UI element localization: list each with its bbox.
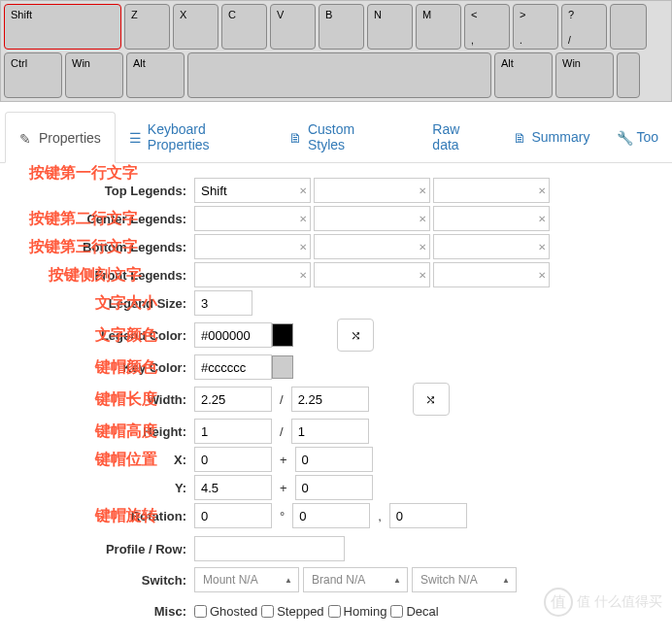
watermark: 值 值 什么值得买 [544,588,662,617]
key->[interactable]: >. [513,4,558,50]
code-icon [415,130,427,144]
top-legend-3[interactable] [433,178,550,203]
separator: + [272,481,295,495]
height-2-input[interactable] [291,419,369,444]
key-x[interactable]: X [173,4,218,50]
clear-icon[interactable]: ✕ [538,242,546,253]
front-legend-2[interactable] [314,262,430,287]
brand-select[interactable]: Brand N/A [303,567,408,592]
key-blank[interactable] [617,52,640,98]
clear-icon[interactable]: ✕ [419,185,426,196]
checkbox-decal[interactable] [390,605,403,618]
mount-select[interactable]: Mount N/A [194,567,299,592]
clear-icon[interactable]: ✕ [538,270,546,281]
front-legend-3[interactable] [433,262,550,287]
misc-homing[interactable]: Homing [328,604,387,619]
tab-summary[interactable]: 🗎Summary [499,112,604,162]
clear-icon[interactable]: ✕ [538,185,546,196]
front-legend-1[interactable] [194,262,311,287]
profile-input[interactable] [194,536,345,561]
key-b[interactable]: B [319,4,364,50]
annotation: 按键侧刻文字 [49,265,142,286]
width-2-input[interactable] [291,387,369,412]
profile-label: Profile / Row: [5,542,194,556]
misc-decal[interactable]: Decal [390,604,438,619]
misc-ghosted[interactable]: Ghosted [194,604,257,619]
key-alt[interactable]: Alt [494,52,553,98]
x-2-input[interactable] [295,447,373,472]
checkbox-stepped[interactable] [261,605,274,618]
separator: ° [272,509,292,523]
bottom-legend-2[interactable] [314,234,430,259]
checkbox-ghosted[interactable] [194,605,207,618]
x-1-input[interactable] [194,447,272,472]
shuffle-button[interactable]: ⤭ [337,319,374,352]
bottom-legend-1[interactable] [194,234,311,259]
separator: , [370,509,389,523]
legend-color-input[interactable] [194,322,272,348]
switch-label: Switch: [5,573,194,588]
key-n[interactable]: N [367,4,413,50]
annotation: 按键第一行文字 [29,163,138,184]
y-label: Y: [5,481,194,495]
legend-color-swatch[interactable] [272,323,293,347]
separator: / [272,424,291,439]
tab-properties[interactable]: ✎Properties [5,112,116,163]
top-legends-label: Top Legends: [5,184,194,198]
key-win[interactable]: Win [65,52,123,98]
shuffle-button[interactable]: ⤭ [413,383,450,416]
bottom-legend-3[interactable] [433,234,550,259]
key-c[interactable]: C [221,4,267,50]
doc-icon: 🗎 [288,130,302,144]
key-ctrl[interactable]: Ctrl [4,52,62,98]
rotation-2-input[interactable] [292,503,370,528]
center-legend-3[interactable] [433,206,550,231]
checkbox-homing[interactable] [328,605,341,618]
rotation-1-input[interactable] [194,503,272,528]
tab-keyboard-properties[interactable]: ☰Keyboard Properties [116,112,275,162]
y-1-input[interactable] [194,475,272,500]
key-shift[interactable]: Shift [4,4,121,50]
switch-select[interactable]: Switch N/A [412,567,517,592]
key-blank[interactable] [187,52,491,98]
clear-icon[interactable]: ✕ [299,214,307,224]
key-v[interactable]: V [270,4,316,50]
tab-too[interactable]: 🔧Too [603,112,672,162]
annotation: 键帽旋转 [95,506,157,526]
key-<[interactable]: <, [464,4,510,50]
rotation-3-input[interactable] [389,503,467,528]
properties-panel: 按键第一行文字 Top Legends: ✕ ✕ ✕ 按键第二行文字 Cente… [0,163,672,640]
tab-raw-data[interactable]: Raw data [401,112,499,162]
top-legend-2[interactable] [314,178,430,203]
key-win[interactable]: Win [555,52,614,98]
clear-icon[interactable]: ✕ [299,242,307,253]
annotation: 文字颜色 [95,325,157,346]
key-?[interactable]: ?/ [561,4,607,50]
key-blank[interactable] [610,4,647,50]
pencil-icon: ✎ [19,131,33,145]
tab-custom-styles[interactable]: 🗎Custom Styles [275,112,401,162]
doc-icon: 🗎 [513,130,526,144]
clear-icon[interactable]: ✕ [419,214,426,224]
clear-icon[interactable]: ✕ [419,270,426,281]
key-m[interactable]: M [416,4,461,50]
clear-icon[interactable]: ✕ [299,185,307,196]
key-color-input[interactable] [194,354,272,380]
legend-size-input[interactable] [194,290,252,316]
height-1-input[interactable] [194,419,272,444]
width-1-input[interactable] [194,387,272,412]
key-color-swatch[interactable] [272,355,293,379]
top-legend-1[interactable] [194,178,311,203]
center-legend-1[interactable] [194,206,311,231]
keyboard-preview: ShiftZXCVBNM<,>.?/ CtrlWinAltAltWin [0,0,672,102]
key-alt[interactable]: Alt [126,52,185,98]
clear-icon[interactable]: ✕ [419,242,426,253]
center-legend-2[interactable] [314,206,430,231]
clear-icon[interactable]: ✕ [299,270,307,281]
misc-label: Misc: [5,604,194,619]
key-z[interactable]: Z [124,4,170,50]
clear-icon[interactable]: ✕ [538,214,546,224]
annotation: 键帽颜色 [95,357,157,378]
y-2-input[interactable] [295,475,373,500]
misc-stepped[interactable]: Stepped [261,604,323,619]
